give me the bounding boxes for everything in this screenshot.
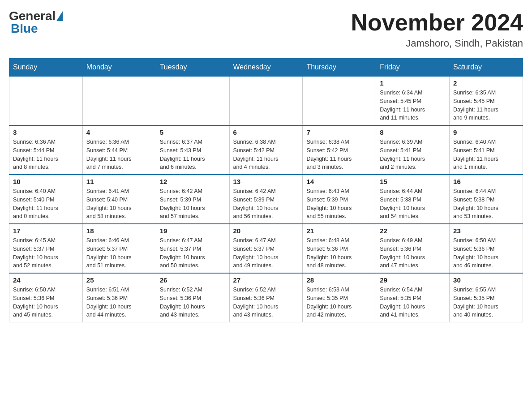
day-number: 29 [380, 276, 446, 284]
day-cell: 4Sunrise: 6:36 AMSunset: 5:44 PMDaylight… [82, 125, 156, 175]
week-row-3: 10Sunrise: 6:40 AMSunset: 5:40 PMDayligh… [9, 175, 523, 224]
day-cell: 8Sunrise: 6:39 AMSunset: 5:41 PMDaylight… [376, 125, 450, 175]
day-info: Sunrise: 6:50 AMSunset: 5:36 PMDaylight:… [453, 236, 519, 270]
weekday-header-saturday: Saturday [450, 59, 523, 77]
title-block: November 2024 Jamshoro, Sindh, Pakistan [351, 9, 523, 49]
day-number: 8 [380, 128, 446, 136]
logo-blue-text: Blue [11, 21, 63, 36]
day-info: Sunrise: 6:42 AMSunset: 5:39 PMDaylight:… [160, 187, 226, 221]
calendar-subtitle: Jamshoro, Sindh, Pakistan [351, 38, 523, 49]
day-cell: 14Sunrise: 6:43 AMSunset: 5:39 PMDayligh… [303, 175, 376, 224]
day-cell [156, 76, 229, 125]
day-number: 2 [453, 79, 519, 87]
day-cell: 20Sunrise: 6:47 AMSunset: 5:37 PMDayligh… [229, 224, 303, 273]
day-cell: 2Sunrise: 6:35 AMSunset: 5:45 PMDaylight… [450, 76, 523, 125]
day-cell: 30Sunrise: 6:55 AMSunset: 5:35 PMDayligh… [450, 273, 523, 322]
day-cell: 6Sunrise: 6:38 AMSunset: 5:42 PMDaylight… [229, 125, 303, 175]
day-info: Sunrise: 6:41 AMSunset: 5:40 PMDaylight:… [86, 187, 152, 221]
day-number: 21 [306, 227, 372, 235]
day-number: 4 [86, 128, 152, 136]
day-info: Sunrise: 6:46 AMSunset: 5:37 PMDaylight:… [86, 236, 152, 270]
day-cell: 13Sunrise: 6:42 AMSunset: 5:39 PMDayligh… [229, 175, 303, 224]
logo-triangle-icon [56, 11, 63, 21]
day-info: Sunrise: 6:49 AMSunset: 5:36 PMDaylight:… [380, 236, 446, 270]
day-number: 1 [380, 79, 446, 87]
day-cell: 3Sunrise: 6:36 AMSunset: 5:44 PMDaylight… [9, 125, 83, 175]
day-info: Sunrise: 6:34 AMSunset: 5:45 PMDaylight:… [380, 89, 446, 122]
day-info: Sunrise: 6:52 AMSunset: 5:36 PMDaylight:… [160, 286, 226, 319]
calendar-table: SundayMondayTuesdayWednesdayThursdayFrid… [9, 58, 523, 322]
day-cell [82, 76, 156, 125]
day-info: Sunrise: 6:48 AMSunset: 5:36 PMDaylight:… [306, 236, 372, 270]
day-info: Sunrise: 6:44 AMSunset: 5:38 PMDaylight:… [380, 187, 446, 221]
day-number: 17 [13, 227, 79, 235]
day-cell: 25Sunrise: 6:51 AMSunset: 5:36 PMDayligh… [82, 273, 156, 322]
day-number: 27 [233, 276, 299, 284]
day-info: Sunrise: 6:55 AMSunset: 5:35 PMDaylight:… [453, 286, 519, 319]
day-info: Sunrise: 6:50 AMSunset: 5:36 PMDaylight:… [13, 286, 79, 319]
day-number: 6 [233, 128, 299, 136]
week-row-2: 3Sunrise: 6:36 AMSunset: 5:44 PMDaylight… [9, 125, 523, 175]
day-number: 25 [86, 276, 152, 284]
weekday-header-sunday: Sunday [9, 59, 83, 77]
week-row-4: 17Sunrise: 6:45 AMSunset: 5:37 PMDayligh… [9, 224, 523, 273]
day-number: 16 [453, 178, 519, 185]
logo: General Blue [9, 9, 63, 36]
page-header: General Blue November 2024 Jamshoro, Sin… [9, 9, 523, 49]
day-cell: 10Sunrise: 6:40 AMSunset: 5:40 PMDayligh… [9, 175, 83, 224]
calendar-title: November 2024 [351, 9, 523, 36]
day-cell: 11Sunrise: 6:41 AMSunset: 5:40 PMDayligh… [82, 175, 156, 224]
weekday-header-tuesday: Tuesday [156, 59, 229, 77]
day-number: 9 [453, 128, 519, 136]
weekday-header-friday: Friday [376, 59, 450, 77]
day-info: Sunrise: 6:40 AMSunset: 5:41 PMDaylight:… [453, 138, 519, 171]
day-cell: 27Sunrise: 6:52 AMSunset: 5:36 PMDayligh… [229, 273, 303, 322]
day-number: 18 [86, 227, 152, 235]
day-cell: 15Sunrise: 6:44 AMSunset: 5:38 PMDayligh… [376, 175, 450, 224]
day-info: Sunrise: 6:43 AMSunset: 5:39 PMDaylight:… [306, 187, 372, 221]
day-number: 26 [160, 276, 226, 284]
day-info: Sunrise: 6:45 AMSunset: 5:37 PMDaylight:… [13, 236, 79, 270]
day-info: Sunrise: 6:51 AMSunset: 5:36 PMDaylight:… [86, 286, 152, 319]
day-number: 11 [86, 178, 152, 185]
day-cell: 21Sunrise: 6:48 AMSunset: 5:36 PMDayligh… [303, 224, 376, 273]
day-cell: 17Sunrise: 6:45 AMSunset: 5:37 PMDayligh… [9, 224, 83, 273]
day-cell: 1Sunrise: 6:34 AMSunset: 5:45 PMDaylight… [376, 76, 450, 125]
week-row-5: 24Sunrise: 6:50 AMSunset: 5:36 PMDayligh… [9, 273, 523, 322]
day-number: 24 [13, 276, 79, 284]
day-number: 12 [160, 178, 226, 185]
day-cell: 26Sunrise: 6:52 AMSunset: 5:36 PMDayligh… [156, 273, 229, 322]
week-row-1: 1Sunrise: 6:34 AMSunset: 5:45 PMDaylight… [9, 76, 523, 125]
day-cell: 23Sunrise: 6:50 AMSunset: 5:36 PMDayligh… [450, 224, 523, 273]
day-cell: 19Sunrise: 6:47 AMSunset: 5:37 PMDayligh… [156, 224, 229, 273]
day-info: Sunrise: 6:39 AMSunset: 5:41 PMDaylight:… [380, 138, 446, 171]
day-cell: 24Sunrise: 6:50 AMSunset: 5:36 PMDayligh… [9, 273, 83, 322]
day-number: 5 [160, 128, 226, 136]
day-info: Sunrise: 6:40 AMSunset: 5:40 PMDaylight:… [13, 187, 79, 221]
day-cell: 5Sunrise: 6:37 AMSunset: 5:43 PMDaylight… [156, 125, 229, 175]
day-info: Sunrise: 6:54 AMSunset: 5:35 PMDaylight:… [380, 286, 446, 319]
day-info: Sunrise: 6:35 AMSunset: 5:45 PMDaylight:… [453, 89, 519, 122]
day-info: Sunrise: 6:42 AMSunset: 5:39 PMDaylight:… [233, 187, 299, 221]
day-number: 15 [380, 178, 446, 185]
day-info: Sunrise: 6:47 AMSunset: 5:37 PMDaylight:… [233, 236, 299, 270]
day-number: 3 [13, 128, 79, 136]
day-number: 14 [306, 178, 372, 185]
day-info: Sunrise: 6:47 AMSunset: 5:37 PMDaylight:… [160, 236, 226, 270]
day-number: 30 [453, 276, 519, 284]
day-info: Sunrise: 6:44 AMSunset: 5:38 PMDaylight:… [453, 187, 519, 221]
day-info: Sunrise: 6:36 AMSunset: 5:44 PMDaylight:… [13, 138, 79, 171]
day-cell: 16Sunrise: 6:44 AMSunset: 5:38 PMDayligh… [450, 175, 523, 224]
day-cell [229, 76, 303, 125]
day-number: 7 [306, 128, 372, 136]
day-cell: 18Sunrise: 6:46 AMSunset: 5:37 PMDayligh… [82, 224, 156, 273]
day-info: Sunrise: 6:38 AMSunset: 5:42 PMDaylight:… [306, 138, 372, 171]
weekday-header-monday: Monday [82, 59, 156, 77]
day-cell: 28Sunrise: 6:53 AMSunset: 5:35 PMDayligh… [303, 273, 376, 322]
weekday-header-row: SundayMondayTuesdayWednesdayThursdayFrid… [9, 59, 523, 77]
weekday-header-thursday: Thursday [303, 59, 376, 77]
day-number: 28 [306, 276, 372, 284]
weekday-header-wednesday: Wednesday [229, 59, 303, 77]
day-info: Sunrise: 6:52 AMSunset: 5:36 PMDaylight:… [233, 286, 299, 319]
day-number: 20 [233, 227, 299, 235]
